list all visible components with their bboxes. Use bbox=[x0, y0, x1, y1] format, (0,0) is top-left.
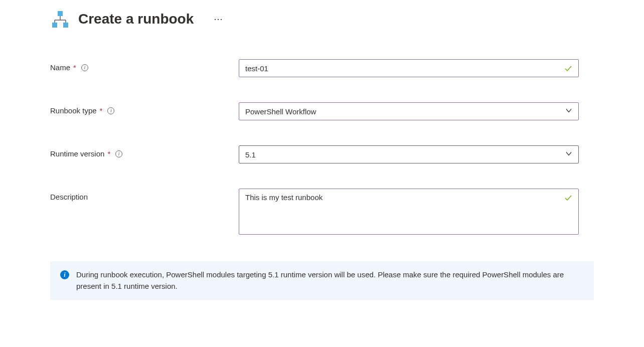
page-header: Create a runbook ⋯ bbox=[0, 9, 644, 29]
runbook-type-label-col: Runbook type * i bbox=[50, 102, 239, 115]
svg-rect-2 bbox=[63, 23, 68, 28]
runtime-version-label: Runtime version bbox=[50, 149, 104, 158]
info-banner-text: During runbook execution, PowerShell mod… bbox=[76, 269, 584, 292]
name-label-col: Name * i bbox=[50, 59, 239, 72]
svg-rect-0 bbox=[58, 11, 63, 16]
info-icon[interactable]: i bbox=[115, 150, 122, 157]
description-label: Description bbox=[50, 193, 88, 201]
checkmark-icon bbox=[564, 64, 573, 75]
info-icon[interactable]: i bbox=[81, 64, 88, 71]
required-indicator: * bbox=[107, 149, 110, 158]
description-input-col bbox=[239, 189, 579, 236]
more-options-button[interactable]: ⋯ bbox=[214, 14, 224, 25]
chevron-down-icon bbox=[565, 150, 572, 159]
name-label: Name bbox=[50, 63, 70, 72]
required-indicator: * bbox=[73, 63, 76, 72]
info-banner-icon: i bbox=[60, 270, 69, 279]
name-input[interactable] bbox=[239, 59, 579, 77]
name-row: Name * i bbox=[50, 59, 579, 77]
runbook-type-dropdown[interactable]: PowerShell Workflow bbox=[239, 102, 579, 120]
runtime-version-row: Runtime version * i 5.1 bbox=[50, 145, 579, 163]
runtime-version-label-col: Runtime version * i bbox=[50, 145, 239, 158]
runbook-type-input-col: PowerShell Workflow bbox=[239, 102, 579, 120]
runtime-version-dropdown[interactable]: 5.1 bbox=[239, 145, 579, 163]
name-input-col bbox=[239, 59, 579, 77]
description-input[interactable] bbox=[239, 189, 579, 235]
checkmark-icon bbox=[564, 194, 573, 204]
svg-rect-1 bbox=[52, 23, 57, 28]
description-row: Description bbox=[50, 189, 579, 236]
page-title: Create a runbook bbox=[78, 11, 194, 27]
runbook-type-label: Runbook type bbox=[50, 106, 97, 115]
info-banner: i During runbook execution, PowerShell m… bbox=[50, 261, 594, 300]
runbook-icon bbox=[50, 9, 70, 29]
description-label-col: Description bbox=[50, 189, 239, 201]
chevron-down-icon bbox=[565, 107, 572, 116]
required-indicator: * bbox=[100, 106, 103, 115]
runbook-form: Name * i Runbook type * i PowerShell Wor… bbox=[0, 59, 644, 236]
runtime-version-input-col: 5.1 bbox=[239, 145, 579, 163]
runbook-type-row: Runbook type * i PowerShell Workflow bbox=[50, 102, 579, 120]
runtime-version-value: 5.1 bbox=[245, 150, 256, 159]
runbook-type-value: PowerShell Workflow bbox=[245, 107, 316, 116]
info-icon[interactable]: i bbox=[107, 107, 114, 114]
